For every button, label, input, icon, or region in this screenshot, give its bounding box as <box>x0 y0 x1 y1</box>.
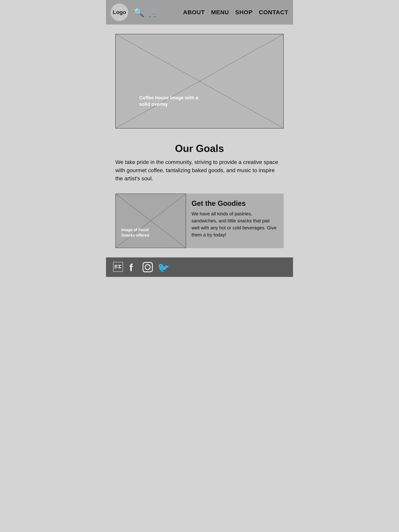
nav-about[interactable]: ABOUT <box>183 9 205 16</box>
goodies-heading: Get the Goodies <box>192 199 278 208</box>
facebook-icon[interactable]:  <box>113 262 123 272</box>
goodies-body: We have all kinds of pastries, sandwiche… <box>192 210 278 238</box>
goals-heading: Our Goals <box>115 143 284 154</box>
main-nav: ABOUT MENU SHOP CONTACT <box>183 9 288 16</box>
svg-text:f: f <box>129 262 133 272</box>
nav-menu[interactable]: MENU <box>211 9 229 16</box>
site-footer:  f 🐦 <box>106 257 293 277</box>
nav-contact[interactable]: CONTACT <box>259 9 288 16</box>
svg-text:🐦: 🐦 <box>157 262 169 272</box>
goodies-card: Image of Food/Snacks offered Get the Goo… <box>115 194 284 248</box>
search-icon[interactable]: 🔍 <box>133 8 144 17</box>
goals-body: We take pride in the community, striving… <box>115 158 284 183</box>
instagram-icon[interactable] <box>143 262 153 272</box>
nav-shop[interactable]: SHOP <box>235 9 253 16</box>
hero-image: Coffee house image with a solid overlay <box>115 34 284 128</box>
twitter-icon[interactable]: 🐦 <box>157 262 169 272</box>
goodies-text-block: Get the Goodies We have all kinds of pas… <box>186 194 284 248</box>
cart-icon[interactable]: 🛒 <box>148 8 159 17</box>
facebook-icon[interactable]: f <box>128 262 138 272</box>
hero-label: Coffee house image with a solid overlay <box>139 95 201 108</box>
logo[interactable]: Logo <box>111 4 128 21</box>
hero-section: Coffee house image with a solid overlay <box>106 25 293 135</box>
goodies-image: Image of Food/Snacks offered <box>115 194 186 248</box>
site-header: Logo 🔍 🛒 ABOUT MENU SHOP CONTACT <box>106 0 293 25</box>
goals-section: Our Goals We take pride in the community… <box>106 135 293 189</box>
goodies-section: Image of Food/Snacks offered Get the Goo… <box>106 189 293 257</box>
food-image-label: Image of Food/Snacks offered <box>121 227 149 238</box>
